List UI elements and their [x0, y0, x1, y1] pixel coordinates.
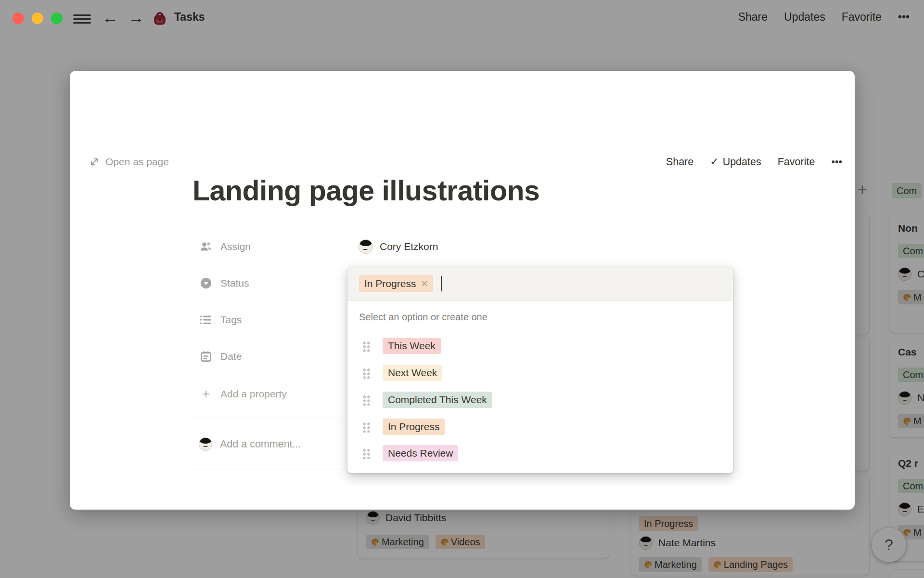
property-tags[interactable]: Tags [200, 310, 242, 329]
avatar [199, 437, 212, 451]
drag-handle-icon[interactable] [362, 368, 370, 379]
tags-label: Tags [220, 314, 242, 326]
page-title[interactable]: Landing page illustrations [192, 174, 539, 207]
assignee-name: Cory Etzkorn [380, 241, 438, 252]
comment-placeholder: Add a comment... [220, 438, 301, 450]
modal-more-button[interactable]: ••• [831, 156, 842, 168]
drag-handle-icon[interactable] [362, 394, 370, 406]
expand-diagonal-icon [89, 157, 100, 167]
modal-share-button[interactable]: Share [666, 156, 693, 168]
status-option-completed-this-week[interactable]: Completed This Week [347, 387, 733, 412]
list-icon [200, 315, 212, 325]
status-option-chip: In Progress [383, 419, 445, 435]
add-property-label: Add a property [220, 388, 287, 400]
status-search-input[interactable]: In Progress ✕ [347, 266, 733, 301]
date-label: Date [220, 351, 242, 362]
status-option-next-week[interactable]: Next Week [347, 360, 733, 385]
add-comment-row[interactable]: Add a comment... [199, 437, 301, 451]
plus-icon: + [200, 386, 212, 402]
text-cursor [441, 276, 442, 291]
assign-label: Assign [220, 241, 251, 252]
screen: ← → Tasks Share Updates Favorite ••• + C… [0, 0, 924, 578]
window-controls [13, 13, 63, 24]
status-option-chip: Next Week [383, 365, 442, 381]
open-as-page-button[interactable]: Open as page [89, 156, 169, 168]
open-as-page-label: Open as page [105, 156, 169, 168]
close-window-button[interactable] [13, 13, 24, 24]
property-assign[interactable]: Assign [200, 237, 251, 256]
assign-value[interactable]: Cory Etzkorn [359, 239, 438, 254]
zoom-window-button[interactable] [51, 13, 63, 24]
check-icon: ✓ [710, 156, 719, 168]
selected-status-label: In Progress [364, 278, 416, 289]
status-label: Status [220, 277, 249, 289]
selected-status-chip: In Progress ✕ [359, 275, 433, 292]
avatar [359, 239, 373, 254]
property-date[interactable]: Date [200, 347, 242, 366]
status-dropdown-icon [200, 278, 212, 289]
drag-handle-icon[interactable] [362, 448, 370, 459]
drag-handle-icon[interactable] [362, 421, 370, 433]
add-property-button[interactable]: + Add a property [200, 384, 287, 404]
status-dropdown-menu: In Progress ✕ Select an option or create… [347, 266, 733, 473]
dropdown-hint: Select an option or create one [359, 312, 488, 323]
status-option-chip: Completed This Week [383, 392, 492, 408]
status-option-this-week[interactable]: This Week [347, 333, 733, 358]
status-option-chip: Needs Review [383, 445, 458, 461]
people-icon [200, 241, 212, 252]
minimize-window-button[interactable] [32, 13, 43, 24]
modal-favorite-button[interactable]: Favorite [778, 156, 815, 168]
modal-actions: Share ✓Updates Favorite ••• [666, 156, 842, 168]
property-status[interactable]: Status [200, 274, 249, 293]
status-option-chip: This Week [383, 338, 441, 354]
modal-updates-button[interactable]: ✓Updates [710, 156, 761, 168]
remove-chip-icon[interactable]: ✕ [421, 278, 428, 289]
calendar-icon [200, 351, 212, 362]
drag-handle-icon[interactable] [362, 341, 370, 352]
status-option-needs-review[interactable]: Needs Review [347, 441, 733, 466]
status-option-in-progress[interactable]: In Progress [347, 414, 733, 439]
